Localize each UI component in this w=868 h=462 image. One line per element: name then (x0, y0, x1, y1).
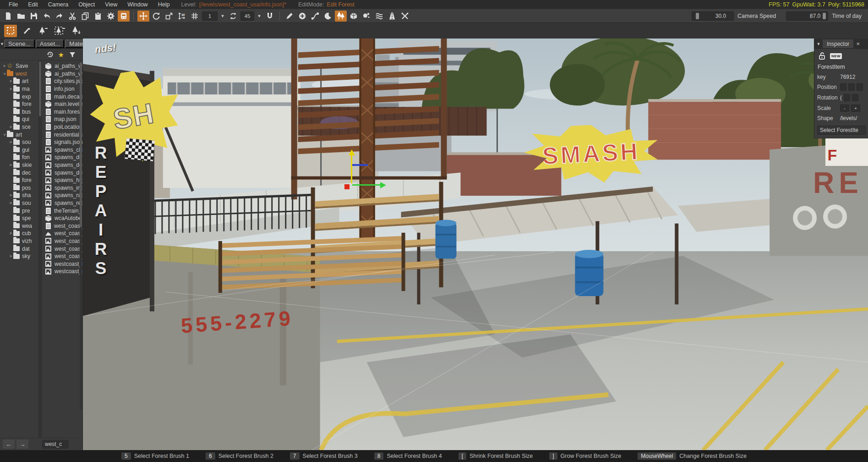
forest-brush-button[interactable] (21, 25, 33, 37)
file-item[interactable]: main.level.z (42, 100, 82, 108)
tree-item[interactable]: > sou (0, 199, 38, 207)
forest-drop-button[interactable] (70, 25, 83, 37)
position-z-field[interactable] (857, 83, 863, 91)
gizmo-x-axis[interactable] (352, 184, 381, 186)
rotate-snap-button[interactable] (227, 11, 239, 22)
tree-item[interactable]: dec (0, 169, 38, 176)
rotate-tool-button[interactable] (150, 11, 162, 22)
angle-snap-dropdown[interactable]: ▼ (255, 14, 263, 18)
file-item[interactable]: spawns_dir (42, 154, 82, 161)
current-path[interactable]: west_c (42, 440, 69, 449)
inspector-tab[interactable]: Inspector (823, 39, 853, 48)
vehicle-camera-button[interactable] (118, 11, 130, 22)
camera-speed-slider[interactable] (696, 13, 699, 19)
tree-item[interactable]: pre (0, 207, 38, 214)
file-item[interactable]: city.sites.jsc (42, 77, 82, 85)
file-item[interactable]: main.decals (42, 93, 82, 100)
expand-arrow-icon[interactable]: > (8, 79, 13, 83)
file-item[interactable]: residential.s (42, 131, 82, 138)
file-item[interactable]: theTerrain_ (42, 207, 82, 214)
file-item[interactable]: spawns_do (42, 161, 82, 169)
river-button[interactable] (373, 11, 385, 22)
new-item-button[interactable]: NEW (831, 51, 841, 60)
tree-item[interactable]: > art (0, 77, 38, 85)
cut-button[interactable] (66, 11, 78, 22)
nav-back-button[interactable]: ← (3, 440, 15, 449)
tree-item[interactable]: exp (0, 93, 38, 100)
file-item[interactable]: west_coast_ (42, 230, 82, 237)
inspector-close-button[interactable]: × (854, 40, 862, 47)
tree-item[interactable]: > sce (0, 123, 38, 131)
file-item[interactable]: west_coast_ (42, 245, 82, 253)
filter-button[interactable] (69, 50, 76, 59)
menu-item[interactable]: View (100, 1, 122, 8)
file-item[interactable]: map.json (42, 116, 82, 123)
tree-item[interactable]: wea (0, 222, 38, 230)
translate-tool-button[interactable] (137, 11, 149, 22)
grid-size-input[interactable] (202, 11, 218, 21)
mesh-road-button[interactable] (348, 11, 360, 22)
settings-button[interactable] (105, 11, 117, 22)
tree-item[interactable]: fore (0, 176, 38, 184)
save-button[interactable] (28, 11, 40, 22)
time-of-day-field[interactable]: 87.0 (786, 11, 828, 21)
file-item[interactable]: spawns_hig (42, 176, 82, 184)
expand-arrow-icon[interactable]: > (8, 163, 13, 167)
file-item[interactable]: west_coast_ (42, 253, 82, 260)
expand-arrow-icon[interactable]: > (8, 87, 13, 91)
tree-item[interactable]: gui (0, 146, 38, 154)
nav-forward-button[interactable]: → (16, 440, 28, 449)
particle-button[interactable] (360, 11, 372, 22)
panel-splitter[interactable] (38, 60, 42, 438)
tree-item[interactable]: dat (0, 245, 38, 253)
tree-item[interactable]: > sou (0, 138, 38, 146)
bounds-ruler-button[interactable]: W (176, 11, 188, 22)
tree-item[interactable]: > cub (0, 230, 38, 237)
file-item[interactable]: spawns_ind (42, 184, 82, 192)
menu-item[interactable]: Object (73, 1, 100, 8)
new-file-button[interactable] (2, 11, 14, 22)
grid-size-dropdown[interactable]: ▼ (218, 14, 227, 18)
tree-item[interactable]: qui (0, 116, 38, 123)
tree-item[interactable]: spe (0, 214, 38, 222)
gizmo-origin-handle[interactable] (344, 184, 349, 189)
expand-arrow-icon[interactable]: > (8, 254, 13, 258)
tree-item[interactable]: > sha (0, 192, 38, 199)
panel-tab[interactable]: Scene... (4, 39, 35, 48)
time-of-day-slider[interactable] (823, 13, 826, 19)
file-item[interactable]: west_coast_ (42, 222, 82, 230)
file-item[interactable]: west_coast_ (42, 237, 82, 245)
tree-item[interactable]: pos (0, 184, 38, 192)
tree-item[interactable]: > sky (0, 253, 38, 260)
tree-item[interactable]: fon (0, 154, 38, 161)
file-item[interactable]: ai_paths_w (42, 70, 82, 78)
file-item[interactable]: spawns_chi (42, 146, 82, 154)
expand-arrow-icon[interactable]: > (2, 132, 7, 137)
file-item[interactable]: westcoast_l (42, 260, 82, 268)
favorites-button[interactable]: ★ (58, 50, 64, 59)
rotation-x-field[interactable] (844, 94, 850, 101)
angle-snap-input[interactable] (240, 11, 254, 21)
menu-item[interactable]: Help (153, 1, 175, 8)
file-list-scrollbar[interactable] (80, 62, 82, 409)
tree-item[interactable]: > west (0, 70, 38, 78)
redo-button[interactable] (54, 11, 66, 22)
expand-arrow-icon[interactable]: > (8, 140, 13, 144)
decal-road-button[interactable] (386, 11, 398, 22)
spline-path-button[interactable] (309, 11, 321, 22)
tree-item[interactable]: > Save (0, 62, 38, 70)
file-item[interactable]: spawns_dra (42, 169, 82, 176)
panel-menu-chevron[interactable]: ▼ (0, 40, 4, 48)
tree-item[interactable]: > skie (0, 161, 38, 169)
forest-erase-selected-button[interactable] (54, 25, 66, 37)
scale-decrease-button[interactable]: - (840, 104, 849, 112)
tree-item[interactable]: fore (0, 100, 38, 108)
panel-tab[interactable]: Asset... (36, 39, 64, 48)
lock-button[interactable] (817, 51, 827, 60)
file-item[interactable]: westcoast_r (42, 268, 82, 275)
tree-item[interactable]: > art (0, 131, 38, 138)
file-item[interactable]: wcaAutobe (42, 214, 82, 222)
expand-arrow-icon[interactable]: > (2, 71, 7, 76)
crossed-tools-button[interactable] (399, 11, 411, 22)
draw-pencil-button[interactable] (284, 11, 295, 22)
